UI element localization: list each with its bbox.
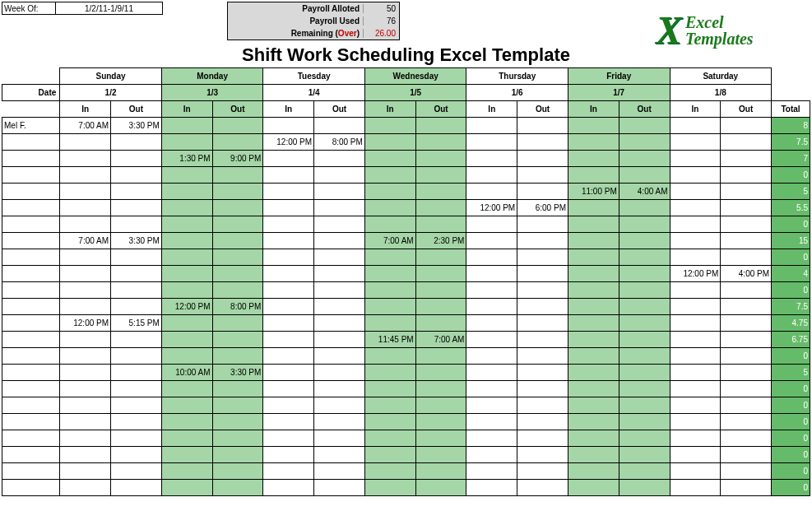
time-cell[interactable] — [568, 365, 619, 381]
time-cell[interactable] — [415, 151, 466, 167]
time-cell[interactable] — [517, 184, 568, 200]
time-cell[interactable] — [364, 299, 415, 315]
time-cell[interactable] — [415, 282, 466, 299]
time-cell[interactable] — [212, 216, 263, 233]
time-cell[interactable] — [619, 299, 670, 315]
time-cell[interactable] — [466, 397, 517, 414]
time-cell[interactable] — [364, 447, 415, 463]
time-cell[interactable] — [721, 118, 772, 134]
time-cell[interactable] — [212, 184, 263, 200]
time-cell[interactable] — [314, 184, 365, 200]
time-cell[interactable] — [263, 266, 314, 282]
time-cell[interactable] — [364, 282, 415, 299]
employee-name[interactable] — [2, 365, 60, 381]
time-cell[interactable] — [466, 332, 517, 348]
time-cell[interactable] — [721, 167, 772, 184]
time-cell[interactable] — [415, 200, 466, 216]
time-cell[interactable] — [111, 249, 162, 266]
time-cell[interactable] — [568, 216, 619, 233]
time-cell[interactable] — [517, 167, 568, 184]
employee-name[interactable] — [2, 134, 60, 151]
time-cell[interactable] — [161, 200, 212, 216]
time-cell[interactable] — [466, 216, 517, 233]
time-cell[interactable] — [364, 348, 415, 365]
time-cell[interactable]: 6:00 PM — [517, 200, 568, 216]
time-cell[interactable] — [60, 249, 111, 266]
time-cell[interactable]: 7:00 AM — [415, 332, 466, 348]
time-cell[interactable] — [263, 299, 314, 315]
time-cell[interactable] — [517, 249, 568, 266]
time-cell[interactable] — [517, 266, 568, 282]
time-cell[interactable] — [212, 414, 263, 430]
time-cell[interactable] — [111, 463, 162, 480]
time-cell[interactable] — [568, 282, 619, 299]
time-cell[interactable] — [517, 315, 568, 332]
time-cell[interactable] — [263, 414, 314, 430]
time-cell[interactable] — [568, 151, 619, 167]
employee-name[interactable] — [2, 348, 60, 365]
time-cell[interactable] — [466, 266, 517, 282]
time-cell[interactable] — [161, 233, 212, 249]
time-cell[interactable]: 3:30 PM — [111, 233, 162, 249]
week-of-value[interactable]: 1/2/11-1/9/11 — [56, 2, 163, 15]
time-cell[interactable] — [568, 249, 619, 266]
time-cell[interactable] — [517, 118, 568, 134]
time-cell[interactable] — [466, 249, 517, 266]
time-cell[interactable] — [60, 167, 111, 184]
time-cell[interactable] — [619, 365, 670, 381]
time-cell[interactable] — [619, 463, 670, 480]
time-cell[interactable] — [619, 414, 670, 430]
time-cell[interactable] — [517, 381, 568, 397]
time-cell[interactable] — [517, 447, 568, 463]
employee-name[interactable] — [2, 430, 60, 447]
time-cell[interactable] — [619, 266, 670, 282]
time-cell[interactable] — [466, 447, 517, 463]
time-cell[interactable] — [721, 184, 772, 200]
time-cell[interactable] — [517, 299, 568, 315]
time-cell[interactable] — [619, 381, 670, 397]
time-cell[interactable] — [466, 299, 517, 315]
time-cell[interactable] — [466, 414, 517, 430]
time-cell[interactable] — [364, 463, 415, 480]
time-cell[interactable] — [721, 348, 772, 365]
time-cell[interactable] — [60, 480, 111, 496]
time-cell[interactable] — [415, 414, 466, 430]
time-cell[interactable]: 11:00 PM — [568, 184, 619, 200]
payroll-allotted-value[interactable]: 50 — [363, 4, 399, 13]
time-cell[interactable] — [466, 430, 517, 447]
time-cell[interactable] — [721, 282, 772, 299]
employee-name[interactable] — [2, 282, 60, 299]
time-cell[interactable] — [161, 348, 212, 365]
time-cell[interactable] — [415, 430, 466, 447]
time-cell[interactable] — [263, 463, 314, 480]
time-cell[interactable] — [670, 315, 721, 332]
time-cell[interactable] — [314, 266, 365, 282]
time-cell[interactable] — [415, 118, 466, 134]
employee-name[interactable] — [2, 463, 60, 480]
time-cell[interactable] — [263, 200, 314, 216]
time-cell[interactable] — [619, 480, 670, 496]
time-cell[interactable] — [314, 200, 365, 216]
time-cell[interactable]: 12:00 PM — [263, 134, 314, 151]
time-cell[interactable] — [415, 480, 466, 496]
time-cell[interactable] — [161, 414, 212, 430]
time-cell[interactable] — [263, 282, 314, 299]
time-cell[interactable] — [364, 249, 415, 266]
time-cell[interactable]: 11:45 PM — [364, 332, 415, 348]
time-cell[interactable] — [60, 299, 111, 315]
time-cell[interactable] — [111, 381, 162, 397]
time-cell[interactable] — [415, 216, 466, 233]
time-cell[interactable] — [670, 463, 721, 480]
employee-name[interactable] — [2, 397, 60, 414]
time-cell[interactable] — [517, 233, 568, 249]
time-cell[interactable] — [263, 348, 314, 365]
time-cell[interactable] — [263, 447, 314, 463]
time-cell[interactable] — [263, 332, 314, 348]
time-cell[interactable] — [60, 184, 111, 200]
time-cell[interactable] — [517, 282, 568, 299]
time-cell[interactable] — [670, 184, 721, 200]
time-cell[interactable]: 12:00 PM — [60, 315, 111, 332]
time-cell[interactable] — [314, 480, 365, 496]
time-cell[interactable] — [111, 447, 162, 463]
time-cell[interactable] — [415, 299, 466, 315]
